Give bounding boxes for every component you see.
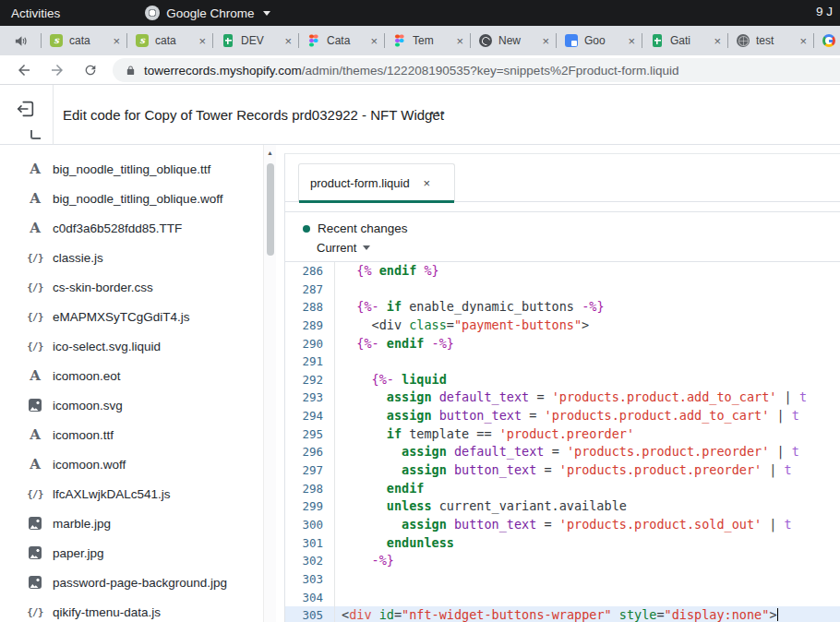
browser-tab[interactable]: DEV × [212, 26, 298, 55]
line-content[interactable] [335, 353, 840, 371]
exit-code-editor-button[interactable] [14, 97, 38, 121]
line-content[interactable]: if template == 'product.preorder' [335, 425, 840, 444]
line-content[interactable]: assign button_text = 'products.product.p… [335, 461, 840, 480]
file-type-icon [26, 189, 44, 208]
code-line[interactable]: 303 [285, 570, 840, 589]
code-line[interactable]: 297 assign button_text = 'products.produ… [285, 461, 840, 480]
file-list-item[interactable]: paper.jpg [0, 538, 263, 568]
audio-speaker-icon[interactable] [0, 34, 41, 48]
file-list-item[interactable]: big_noodle_titling_oblique.ttf [0, 154, 263, 184]
browser-tab[interactable]: New × [470, 26, 556, 55]
forward-button[interactable] [48, 61, 66, 79]
version-dropdown[interactable]: Current [317, 241, 840, 255]
line-content[interactable]: <div class="payment-buttons"> [335, 317, 840, 335]
app-menu[interactable]: Google Chrome [145, 6, 270, 20]
clock[interactable]: 9 J [816, 5, 833, 18]
line-number: 295 [285, 425, 335, 444]
browser-tab[interactable]: Tem × [384, 26, 470, 55]
editor-tab-close-icon[interactable]: × [423, 176, 430, 190]
code-line[interactable]: 304 [285, 589, 840, 607]
browser-tab[interactable]: Goo × [556, 26, 642, 55]
browser-tab[interactable]: × [813, 26, 840, 55]
file-list-item[interactable]: password-page-background.jpg [0, 568, 263, 597]
line-content[interactable] [335, 281, 840, 299]
code-line[interactable]: 300 assign button_text = 'products.produ… [285, 516, 840, 534]
line-content[interactable]: assign default_text = 'products.product.… [335, 389, 840, 407]
code-line[interactable]: 289 <div class="payment-buttons"> [285, 317, 840, 335]
file-list-item[interactable]: classie.js [0, 243, 263, 272]
tab-close-icon[interactable]: × [628, 35, 635, 47]
file-list-item[interactable]: icomoon.ttf [0, 420, 263, 449]
file-list-item[interactable]: icomoon.woff [0, 449, 263, 479]
activities-button[interactable]: Activities [11, 6, 60, 20]
code-line[interactable]: 287 [285, 281, 840, 299]
file-list-item[interactable]: big_noodle_titling_oblique.woff [0, 184, 263, 213]
file-list-item[interactable]: icomoon.eot [0, 361, 263, 390]
tab-label: New [498, 34, 536, 47]
code-line[interactable]: 295 if template == 'product.preorder' [285, 425, 840, 444]
tab-label: test [756, 34, 794, 47]
line-content[interactable]: {% endif %} [335, 262, 840, 281]
tab-close-icon[interactable]: × [542, 35, 549, 47]
status-dot-icon [303, 225, 310, 233]
code-line[interactable]: 290 {%- endif -%} [285, 335, 840, 353]
code-line[interactable]: 288 {%- if enable_dynamic_buttons -%} [285, 298, 840, 317]
file-list-item[interactable]: eMAPMXSyTCgGdiT4.js [0, 302, 263, 331]
line-content[interactable]: endunless [335, 534, 840, 553]
editor-file-tab[interactable]: product-form.liquid × [298, 163, 455, 202]
tab-close-icon[interactable]: × [799, 35, 807, 47]
tab-close-icon[interactable]: × [198, 35, 206, 47]
browser-tab[interactable]: cata × [126, 26, 212, 55]
lock-icon[interactable] [126, 65, 136, 77]
browser-tab[interactable]: cata × [41, 26, 126, 55]
address-bar[interactable]: towerrecords.myshopify.com/admin/themes/… [113, 58, 840, 82]
line-content[interactable]: {%- endif -%} [335, 335, 840, 353]
line-content[interactable] [335, 589, 840, 607]
line-content[interactable]: {%- liquid [335, 371, 840, 389]
code-lines[interactable]: 286 {% endif %}287288 {%- if enable_dyna… [285, 262, 840, 622]
code-line[interactable]: 299 unless current_variant.available [285, 497, 840, 516]
line-content[interactable]: {%- if enable_dynamic_buttons -%} [335, 298, 840, 317]
sidebar-scrollbar[interactable]: ▲ [263, 145, 276, 622]
code-line[interactable]: 294 assign button_text = 'products.produ… [285, 407, 840, 425]
browser-tab[interactable]: Cata × [298, 26, 384, 55]
line-content[interactable]: assign button_text = 'products.product.a… [335, 407, 840, 425]
tab-close-icon[interactable]: × [714, 35, 721, 47]
code-line[interactable]: 296 assign default_text = 'products.prod… [285, 443, 840, 461]
browser-tab[interactable]: Gati × [642, 26, 727, 55]
code-line[interactable]: 292 {%- liquid [285, 371, 840, 389]
file-type-icon [26, 514, 44, 532]
file-list-item[interactable]: c0df3a6b528fdd85.TTF [0, 213, 263, 243]
browser-tab[interactable]: test × [727, 26, 813, 55]
line-content[interactable]: -%} [335, 552, 840, 570]
back-button[interactable] [15, 61, 33, 79]
tab-close-icon[interactable]: × [113, 35, 120, 47]
file-list-item[interactable]: qikify-tmenu-data.js [0, 597, 263, 622]
tab-close-icon[interactable]: × [456, 35, 463, 47]
line-content[interactable]: unless current_variant.available [335, 497, 840, 516]
line-content[interactable]: endif [335, 480, 840, 498]
file-list-item[interactable]: icomoon.svg [0, 390, 263, 420]
code-line[interactable]: 305<div id="nft-widget-buttons-wrapper" … [285, 606, 840, 622]
scroll-up-arrow-icon[interactable]: ▲ [267, 150, 273, 156]
line-content[interactable]: <div id="nft-widget-buttons-wrapper" sty… [335, 606, 840, 622]
line-number: 305 [285, 606, 335, 622]
file-list-item[interactable]: marble.jpg [0, 508, 263, 538]
code-line[interactable]: 301 endunless [285, 534, 840, 553]
file-list-item[interactable]: lfcAXLwjkDALc541.js [0, 479, 263, 508]
tab-close-icon[interactable]: × [284, 35, 292, 47]
file-list-item[interactable]: cs-skin-border.css [0, 272, 263, 302]
line-content[interactable] [335, 570, 840, 589]
more-actions-button[interactable]: ••• [430, 107, 447, 118]
code-line[interactable]: 291 [285, 353, 840, 371]
tab-close-icon[interactable]: × [370, 35, 378, 47]
code-line[interactable]: 293 assign default_text = 'products.prod… [285, 389, 840, 407]
line-content[interactable]: assign default_text = 'products.product.… [335, 443, 840, 461]
code-line[interactable]: 298 endif [285, 480, 840, 498]
file-list-item[interactable]: ico-select.svg.liquid [0, 331, 263, 361]
code-line[interactable]: 302 -%} [285, 552, 840, 570]
reload-button[interactable] [81, 61, 100, 79]
scrollbar-thumb[interactable] [267, 163, 274, 256]
line-content[interactable]: assign button_text = 'products.product.s… [335, 516, 840, 534]
code-line[interactable]: 286 {% endif %} [285, 262, 840, 281]
